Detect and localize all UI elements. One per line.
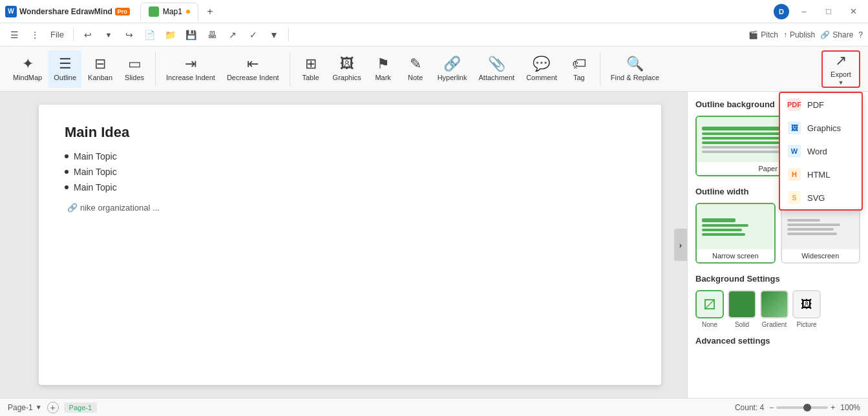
undo-arrow[interactable]: ▼ (100, 26, 118, 44)
pitch-label: Pitch (761, 30, 778, 39)
minimize-button[interactable]: – (794, 4, 814, 19)
hyperlink-label: Hyperlink (438, 74, 467, 82)
toolbar-sep-2 (288, 28, 289, 41)
decrease-indent-button[interactable]: ⇤ Decrease Indent (222, 50, 284, 88)
zoom-in-button[interactable]: + (831, 403, 835, 412)
comment-icon: 💬 (533, 56, 550, 72)
tag-button[interactable]: 🏷 Tag (564, 50, 595, 88)
background-settings-title: Background Settings (695, 274, 860, 284)
tab-map-icon (149, 6, 159, 17)
count-label: Count: 4 (735, 403, 764, 412)
undo-button[interactable]: ↩ (79, 26, 97, 44)
narrow-line-2 (702, 229, 742, 231)
bg-solid-option[interactable]: Solid (728, 290, 756, 328)
mark-button[interactable]: ⚑ Mark (368, 50, 399, 88)
find-replace-button[interactable]: 🔍 Find & Replace (606, 50, 664, 88)
table-button[interactable]: ⊞ Table (295, 50, 326, 88)
collapse-icon[interactable]: ⋮ (26, 26, 44, 44)
export-word-option[interactable]: W Word (780, 140, 862, 163)
export-graphics-option[interactable]: 🖼 Graphics (780, 116, 862, 140)
dropdown-arrow[interactable]: ▼ (265, 26, 283, 44)
export-small-button[interactable]: ↗ (224, 26, 242, 44)
print-button[interactable]: 🖶 (203, 26, 221, 44)
note-button[interactable]: ✎ Note (400, 50, 431, 88)
tools-group: 🔍 Find & Replace (603, 47, 667, 91)
open-button[interactable]: 📁 (162, 26, 180, 44)
expand-icon[interactable]: ☰ (5, 26, 23, 44)
kanban-button[interactable]: ⊟ Kanban (83, 50, 118, 88)
graphics-button[interactable]: 🖼 Graphics (328, 50, 366, 88)
outline-item-3-text: Main Topic (74, 182, 117, 192)
page-tab[interactable]: Page-1 (64, 402, 97, 413)
widescreen-label: Widescreen (782, 249, 860, 262)
toolbar-sep-1 (73, 28, 74, 41)
export-button[interactable]: ↗ Export ▼ (821, 50, 860, 88)
zoom-level: 100% (840, 403, 860, 412)
insert-group: ⊞ Table 🖼 Graphics ⚑ Mark ✎ Note 🔗 Hyper… (293, 47, 597, 91)
graphics-label: Graphics (333, 74, 361, 82)
outline-title: Main Idea (65, 124, 635, 141)
pitch-button[interactable]: 🎬 Pitch (748, 30, 778, 39)
maximize-button[interactable]: □ (819, 4, 838, 19)
mindmap-button[interactable]: ✦ MindMap (8, 50, 47, 88)
logo-icon: W (5, 6, 17, 17)
main-area: › Main Idea Main Topic Main Topic Main T… (0, 92, 868, 398)
export-html-option[interactable]: H HTML (780, 163, 862, 186)
bg-none-option[interactable]: None (695, 290, 724, 328)
zoom-slider[interactable] (776, 406, 828, 409)
advanced-settings-title: Advanced settings (695, 336, 860, 346)
add-tab-button[interactable]: + (201, 3, 219, 21)
link-text: nike organizational ... (80, 203, 160, 213)
save-button[interactable]: 💾 (182, 26, 200, 44)
hyperlink-button[interactable]: 🔗 Hyperlink (432, 50, 472, 88)
publish-button[interactable]: ↑ Publish (783, 30, 815, 39)
outline-item-1-text: Main Topic (74, 151, 117, 161)
bullet-1 (65, 154, 69, 158)
view-group: ✦ MindMap ☰ Outline ⊟ Kanban ▭ Slides (5, 47, 153, 91)
export-pdf-option[interactable]: PDF PDF (780, 93, 862, 116)
widescreen-card[interactable]: Widescreen (781, 203, 861, 264)
bg-picture-option[interactable]: 🖼 Picture (792, 290, 821, 328)
add-page-button[interactable]: + (47, 402, 59, 413)
outline-item-2: Main Topic (65, 167, 635, 177)
page-dropdown-arrow: ▼ (36, 404, 42, 411)
title-bar-actions: D – □ ✕ (774, 4, 863, 19)
file-button[interactable]: File (47, 26, 68, 44)
narrow-screen-card[interactable]: Narrow screen (695, 203, 776, 264)
share-button[interactable]: 🔗 Share (820, 30, 853, 39)
bg-solid-icon (728, 290, 756, 318)
export-label: Export (831, 70, 851, 78)
outline-item-1: Main Topic (65, 151, 635, 161)
close-button[interactable]: ✕ (843, 4, 863, 19)
export-svg-option[interactable]: S SVG (780, 186, 862, 209)
pro-badge: Pro (115, 8, 130, 16)
note-label: Note (408, 74, 423, 82)
wide-line-title (787, 219, 821, 222)
narrow-screen-label: Narrow screen (697, 249, 774, 262)
tab-area: Map1 + (140, 3, 219, 21)
redo-button[interactable]: ↪ (120, 26, 138, 44)
checkmark-button[interactable]: ✓ (244, 26, 262, 44)
tab-map1[interactable]: Map1 (140, 3, 198, 21)
panel-toggle-button[interactable]: › (674, 229, 687, 261)
new-button[interactable]: 📄 (141, 26, 159, 44)
increase-indent-icon: ⇥ (185, 56, 196, 72)
bg-gradient-option[interactable]: Gradient (760, 290, 789, 328)
increase-indent-button[interactable]: ⇥ Increase Indent (161, 50, 220, 88)
help-button[interactable]: ? (858, 30, 863, 39)
attachment-button[interactable]: 📎 Attachment (474, 50, 520, 88)
slides-button[interactable]: ▭ Slides (119, 50, 150, 88)
title-bar: W Wondershare EdrawMind Pro Map1 + D – □… (0, 0, 868, 23)
comment-button[interactable]: 💬 Comment (521, 50, 562, 88)
ribbon-sep-3 (600, 52, 600, 86)
app-logo: W Wondershare EdrawMind Pro (5, 6, 130, 17)
outline-button[interactable]: ☰ Outline (48, 50, 81, 88)
user-avatar[interactable]: D (774, 4, 789, 19)
zoom-out-button[interactable]: − (769, 403, 774, 412)
svg-line-1 (705, 300, 714, 309)
page-selector[interactable]: Page-1 ▼ (8, 403, 42, 412)
export-word-label: Word (807, 147, 827, 156)
outline-link[interactable]: 🔗 nike organizational ... (67, 203, 635, 213)
bg-solid-label: Solid (735, 321, 749, 328)
html-icon: H (788, 168, 801, 181)
